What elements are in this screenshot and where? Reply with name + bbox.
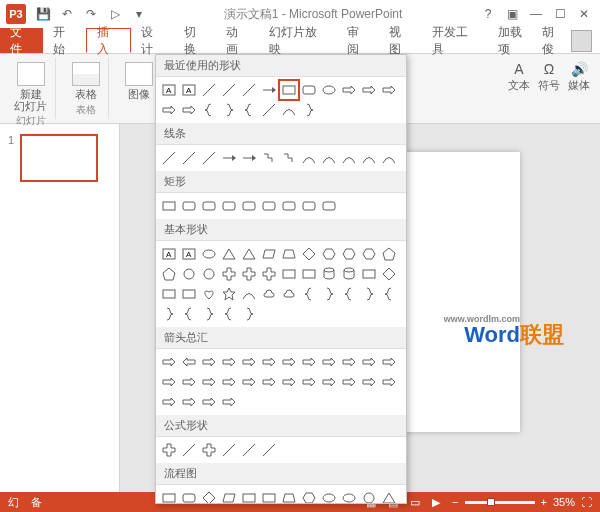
- shape-plus-0[interactable]: [160, 441, 178, 459]
- tab-file[interactable]: 文件: [0, 28, 43, 53]
- user-avatar[interactable]: [571, 30, 592, 52]
- shape-cloud-30[interactable]: [280, 285, 298, 303]
- shape-hex-9[interactable]: [340, 245, 358, 263]
- shape-line-3[interactable]: [220, 81, 238, 99]
- shape-arrR-18[interactable]: [280, 373, 298, 391]
- thumb-1[interactable]: 1: [8, 134, 111, 182]
- shape-line-5[interactable]: [260, 441, 278, 459]
- shape-line-2[interactable]: [200, 81, 218, 99]
- shape-arrR-20[interactable]: [320, 373, 338, 391]
- shape-rcurl-40[interactable]: [240, 305, 258, 323]
- shape-lcurl-37[interactable]: [180, 305, 198, 323]
- shape-dia-7[interactable]: [300, 245, 318, 263]
- tab-design[interactable]: 设计: [131, 28, 174, 53]
- shape-arrR-23[interactable]: [380, 373, 398, 391]
- tab-animation[interactable]: 动画: [216, 28, 259, 53]
- shape-arr-5[interactable]: [260, 81, 278, 99]
- zoom-out-icon[interactable]: −: [452, 496, 458, 508]
- shape-rect-24[interactable]: [160, 285, 178, 303]
- tab-transition[interactable]: 切换: [174, 28, 217, 53]
- shape-rect-0[interactable]: [160, 197, 178, 215]
- slide-thumbnails[interactable]: 1: [0, 124, 120, 492]
- shape-rcurl-34[interactable]: [360, 285, 378, 303]
- shape-arrR-24[interactable]: [160, 393, 178, 411]
- shape-arrR-17[interactable]: [260, 373, 278, 391]
- shape-line-3[interactable]: [220, 441, 238, 459]
- shape-circ-10[interactable]: [360, 489, 378, 504]
- shape-curve-18[interactable]: [280, 101, 298, 119]
- shape-rrect-7[interactable]: [300, 81, 318, 99]
- shape-arrR-2[interactable]: [200, 353, 218, 371]
- shape-rect-18[interactable]: [280, 265, 298, 283]
- shape-rrect-1[interactable]: [180, 197, 198, 215]
- shape-tri-4[interactable]: [240, 245, 258, 263]
- shape-lcurl-14[interactable]: [200, 101, 218, 119]
- zoom-slider[interactable]: [465, 501, 535, 504]
- shape-rrect-4[interactable]: [240, 197, 258, 215]
- shape-cyl-21[interactable]: [340, 265, 358, 283]
- tab-addins[interactable]: 加载项: [488, 28, 542, 53]
- shape-arrR-13[interactable]: [180, 101, 198, 119]
- shape-arrR-9[interactable]: [340, 81, 358, 99]
- shape-rrect-2[interactable]: [200, 197, 218, 215]
- view-reading-icon[interactable]: ▭: [410, 496, 420, 509]
- shape-oval-9[interactable]: [340, 489, 358, 504]
- shape-oval-8[interactable]: [320, 81, 338, 99]
- close-icon[interactable]: ✕: [574, 6, 594, 22]
- shape-trap-6[interactable]: [280, 245, 298, 263]
- shape-star-27[interactable]: [220, 285, 238, 303]
- shape-rrect-7[interactable]: [300, 197, 318, 215]
- shape-hex-8[interactable]: [320, 245, 338, 263]
- user-name[interactable]: 胡俊: [542, 24, 565, 58]
- shape-hex-10[interactable]: [360, 245, 378, 263]
- qat-more-icon[interactable]: ▾: [130, 5, 148, 23]
- shape-rcurl-15[interactable]: [220, 101, 238, 119]
- shape-rrect-1[interactable]: [180, 489, 198, 504]
- zoom-in-icon[interactable]: +: [541, 496, 547, 508]
- shape-cyl-20[interactable]: [320, 265, 338, 283]
- shape-rrect-6[interactable]: [280, 197, 298, 215]
- save-icon[interactable]: 💾: [34, 5, 52, 23]
- tab-slideshow[interactable]: 幻灯片放映: [259, 28, 336, 53]
- shape-rrect-3[interactable]: [220, 197, 238, 215]
- shape-lcurl-16[interactable]: [240, 101, 258, 119]
- shape-rect-4[interactable]: [240, 489, 258, 504]
- shape-rect-6[interactable]: [280, 81, 298, 99]
- view-slideshow-icon[interactable]: ▶: [432, 496, 440, 509]
- shape-arrR-3[interactable]: [220, 353, 238, 371]
- table-button[interactable]: 表格: [68, 60, 104, 102]
- shape-arrR-21[interactable]: [340, 373, 358, 391]
- shape-rcurl-38[interactable]: [200, 305, 218, 323]
- shape-arr-3[interactable]: [220, 149, 238, 167]
- shape-tri-11[interactable]: [380, 489, 398, 504]
- shape-line-1[interactable]: [180, 149, 198, 167]
- shape-arrR-12[interactable]: [160, 101, 178, 119]
- shape-arrR-11[interactable]: [380, 81, 398, 99]
- shape-lcurl-31[interactable]: [300, 285, 318, 303]
- shape-rcurl-19[interactable]: [300, 101, 318, 119]
- shape-arrR-5[interactable]: [260, 353, 278, 371]
- shape-hex-7[interactable]: [300, 489, 318, 504]
- shape-arrR-16[interactable]: [240, 373, 258, 391]
- shape-line-4[interactable]: [240, 441, 258, 459]
- status-notes[interactable]: 备: [31, 495, 42, 510]
- shape-arrR-10[interactable]: [360, 81, 378, 99]
- shape-curve-10[interactable]: [360, 149, 378, 167]
- zoom-level[interactable]: 35%: [553, 496, 575, 508]
- shape-oval-8[interactable]: [320, 489, 338, 504]
- shape-arrR-19[interactable]: [300, 373, 318, 391]
- tab-review[interactable]: 审阅: [337, 28, 380, 53]
- shape-circ-14[interactable]: [200, 265, 218, 283]
- tab-home[interactable]: 开始: [43, 28, 86, 53]
- shape-plus-17[interactable]: [260, 265, 278, 283]
- help-icon[interactable]: ?: [478, 6, 498, 22]
- image-button[interactable]: 图像: [121, 60, 157, 102]
- shape-pent-11[interactable]: [380, 245, 398, 263]
- shape-pent-12[interactable]: [160, 265, 178, 283]
- symbol-button[interactable]: Ω符号: [538, 60, 560, 93]
- shape-arrR-0[interactable]: [160, 353, 178, 371]
- ribbon-toggle-icon[interactable]: ▣: [502, 6, 522, 22]
- shape-curve-11[interactable]: [380, 149, 398, 167]
- tab-view[interactable]: 视图: [379, 28, 422, 53]
- shape-arr-4[interactable]: [240, 149, 258, 167]
